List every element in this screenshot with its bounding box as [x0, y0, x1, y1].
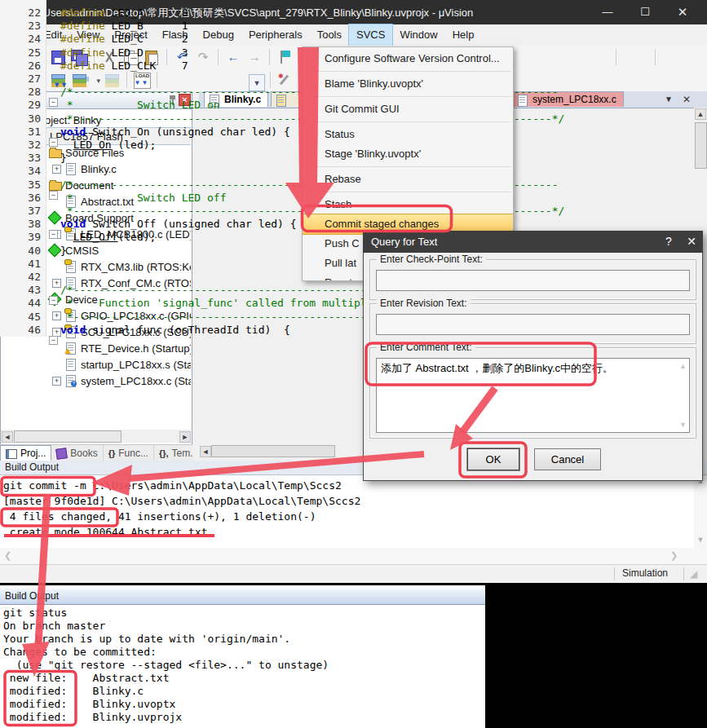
scroll-right-icon[interactable]: ► [179, 431, 191, 443]
code-text: LED_A 0 [105, 7, 188, 19]
line-number: 32 [0, 139, 47, 152]
menu-item-svcs[interactable]: SVCS [349, 24, 392, 46]
svcs-menu-item[interactable]: Stage 'Blinky.uvoptx' [303, 144, 513, 164]
tree-expander-icon[interactable]: + [52, 377, 61, 386]
comment-label: Enter Comment Text: [377, 342, 475, 353]
code-line: 32 LED_On (led); [0, 139, 156, 152]
line-number: 42 [0, 271, 47, 284]
svcs-menu-item[interactable]: Status [303, 125, 513, 144]
code-text: signal_func (osThreadId tid) { [86, 324, 289, 336]
status-bar: Simulation ◢ [0, 564, 707, 583]
code-text [60, 139, 73, 151]
comment-text: 添加了 Abstract.txt ，删除了的Blinky.c中的空行。 [381, 361, 613, 376]
line-number: 31 [0, 126, 47, 139]
workspace-tabs: Proj...Books{}Func...{},Tem... [0, 444, 192, 461]
line-number: 29 [0, 99, 47, 112]
uvision-window: V C:\Users\admin\Desktop\常用文档\预研类\SVCS\a… [0, 0, 707, 728]
statusbar-separator [614, 567, 615, 580]
scroll-up-icon[interactable]: ▲ [679, 362, 687, 370]
code-text: void [60, 218, 86, 230]
menu-item-debug[interactable]: Debug [196, 24, 241, 46]
workspace-tab-label: Books [70, 446, 97, 461]
menu-separator [303, 68, 513, 74]
close-button[interactable]: ✕ [664, 0, 701, 24]
menu-separator [303, 119, 513, 125]
workspace-tab-books[interactable]: Books [51, 445, 103, 461]
books-tab-icon [56, 448, 68, 460]
menu-item-help[interactable]: Help [445, 24, 482, 46]
svcs-menu-item[interactable]: Configure Software Version Control... [303, 49, 513, 68]
redo-icon[interactable]: ↷ [193, 48, 213, 66]
navigate-back-icon[interactable]: ← [223, 48, 243, 66]
menu-item-peripherals[interactable]: Peripherals [241, 24, 310, 46]
code-text: #define [60, 33, 105, 45]
revision-input[interactable] [376, 314, 690, 335]
checkpoint-input[interactable] [376, 270, 690, 291]
scroll-up-icon[interactable]: ▲ [695, 108, 706, 120]
svcs-menu-item[interactable]: Blame 'Blinky.uvoptx' [303, 74, 513, 94]
code-text: LED_CLK 7 [105, 60, 188, 72]
tab-list-dropdown-icon[interactable]: ▼ [662, 93, 675, 106]
scrollbar-thumb[interactable] [695, 122, 707, 169]
tree-item[interactable]: +?system_LPC18xx.c (Start [1, 373, 191, 389]
build-output-hscrollbar[interactable]: ❮ ❯ [0, 548, 707, 564]
tree-item[interactable]: RTE_Device.h (Startup) [1, 340, 191, 356]
menu-item-window[interactable]: Window [392, 24, 444, 46]
scrollbar-thumb[interactable] [14, 430, 122, 443]
cancel-button[interactable]: Cancel [534, 448, 601, 470]
scroll-down-icon[interactable]: ▼ [679, 421, 687, 429]
workspace-tab-label: Func... [118, 446, 148, 461]
git-status-line: modified: Blinky.c [3, 685, 144, 698]
code-text [60, 231, 73, 243]
code-line: 42 [0, 271, 60, 284]
code-text: LED_B 1 [105, 20, 188, 32]
tree-item-label: RTE_Device.h (Startup) [81, 342, 191, 355]
templates-tab-icon: {}, [159, 446, 169, 461]
build-output-vscrollbar[interactable]: ▲▼ [694, 475, 707, 548]
project-tree-hscrollbar[interactable]: ◄ ► [1, 430, 191, 443]
resize-grip-icon[interactable]: ◢ [690, 568, 697, 580]
minimize-button[interactable]: — [589, 0, 626, 24]
tree-file-icon [64, 359, 77, 370]
scroll-right-icon[interactable]: ❯ [670, 550, 678, 561]
code-line: 36 * Switch LED off [0, 192, 227, 205]
scroll-down-icon[interactable]: ▼ [694, 536, 707, 544]
svcs-menu-item[interactable]: Git Commit GUI [303, 99, 513, 119]
git-status-line: new file: Abstract.txt [3, 672, 170, 685]
line-number: 30 [0, 113, 47, 126]
bookmark-icon[interactable] [275, 48, 294, 66]
line-number: 25 [0, 46, 47, 60]
line-number: 35 [0, 179, 47, 192]
scrollbar-thumb[interactable] [211, 445, 335, 457]
git-status-line: Your branch is up to date with 'origin/m… [3, 633, 290, 646]
svcs-menu-item[interactable]: Stash [303, 195, 513, 214]
navigate-forward-icon[interactable]: → [245, 48, 264, 66]
tree-item-label: system_LPC18xx.c (Start [81, 374, 191, 388]
line-number: 44 [0, 297, 47, 310]
comment-textarea[interactable]: 添加了 Abstract.txt ，删除了的Blinky.c中的空行。 ▲ ▼ [376, 358, 690, 433]
build-output-line: 4 files changed, 41 insertions(+), 1 del… [3, 509, 316, 524]
tree-file-warn-icon [64, 342, 77, 354]
toolbar-separator [616, 49, 616, 65]
project-tab-icon [6, 449, 17, 459]
line-number: 22 [0, 7, 47, 20]
menu-item-tools[interactable]: Tools [310, 24, 349, 46]
git-status-line: On branch master [3, 620, 105, 633]
tab-close-icon[interactable]: ✕ [680, 93, 693, 106]
toolbar-separator [269, 49, 270, 65]
ok-button[interactable]: OK [467, 448, 519, 470]
dialog-help-button[interactable]: ? [656, 231, 681, 253]
scroll-left-icon[interactable]: ◄ [2, 431, 13, 443]
dialog-close-button[interactable]: ✕ [679, 231, 704, 253]
line-number: 37 [0, 205, 47, 218]
code-text: void [60, 126, 86, 138]
svcs-menu-item[interactable]: Rebase [303, 170, 513, 189]
maximize-button[interactable]: ☐ [626, 0, 664, 24]
workspace-tab-proj[interactable]: Proj... [0, 445, 51, 461]
tree-item[interactable]: startup_LPC18xx.s (Start [1, 356, 191, 373]
scroll-left-icon[interactable]: ◄ [200, 446, 211, 457]
scroll-left-icon[interactable]: ❮ [4, 550, 11, 561]
workspace-tab-func[interactable]: {}Func... [104, 445, 154, 461]
code-line: 22#define LED_A 0 [0, 7, 188, 20]
code-line: 26#define LED_CLK 7 [0, 60, 188, 73]
